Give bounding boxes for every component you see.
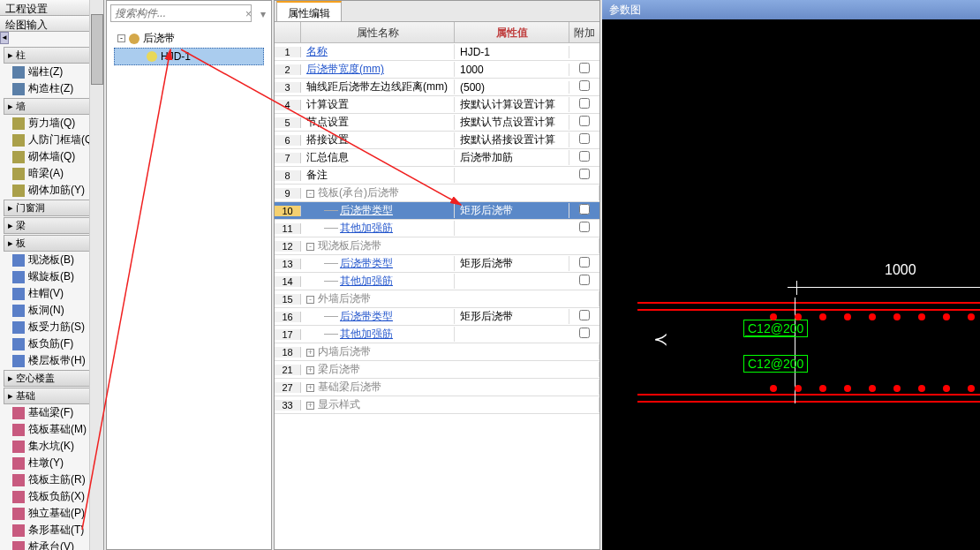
row-checkbox[interactable] [579, 133, 590, 144]
header-drawing[interactable]: 绘图输入 [0, 16, 103, 32]
col-add[interactable]: 附加 [569, 22, 599, 42]
category-item[interactable]: 条形基础(T) [4, 522, 102, 539]
category-item[interactable]: 构造柱(Z) [4, 80, 102, 97]
tab-property-edit[interactable]: 属性编辑 [276, 1, 342, 21]
property-row[interactable]: 9-筏板(承台)后浇带 [275, 185, 599, 202]
category-item[interactable]: 筏板基础(M) [4, 421, 102, 438]
row-value[interactable]: 按默认计算设置计算 [455, 97, 569, 112]
row-checkbox[interactable] [579, 98, 590, 109]
property-row[interactable]: 15-外墙后浇带 [275, 290, 599, 308]
row-value[interactable]: 后浇带加筋 [455, 150, 569, 165]
property-row[interactable]: 10后浇带类型矩形后浇带 [275, 202, 599, 220]
row-checkbox[interactable] [579, 310, 590, 320]
row-name[interactable]: 后浇带类型 [301, 256, 455, 271]
header-engineering[interactable]: 工程设置 [0, 0, 103, 16]
property-row[interactable]: 13后浇带类型矩形后浇带 [275, 255, 599, 273]
category-item[interactable]: 柱墩(Y) [4, 455, 102, 471]
row-name[interactable]: 后浇带类型 [301, 309, 455, 324]
drawing-canvas[interactable]: 1000 ≺ C12@200 C12@200 [602, 19, 980, 550]
row-checkbox[interactable] [579, 222, 590, 232]
property-row[interactable]: 2后浇带宽度(mm)1000 [275, 61, 599, 79]
category-item[interactable]: 板受力筋(S) [4, 319, 102, 335]
row-checkbox[interactable] [579, 328, 590, 338]
row-name[interactable]: 轴线距后浇带左边线距离(mm) [301, 79, 455, 94]
category-item[interactable]: 剪力墙(Q) [4, 115, 102, 132]
category-group[interactable]: ▸ 基础 [4, 388, 102, 404]
collapse-toggle[interactable]: ◄ [0, 32, 9, 44]
search-input[interactable] [110, 4, 252, 22]
row-value[interactable]: 按默认搭接设置计算 [455, 132, 569, 147]
row-name[interactable]: 搭接设置 [301, 132, 455, 147]
row-value[interactable]: 矩形后浇带 [455, 256, 569, 271]
row-value[interactable]: 按默认节点设置计算 [455, 115, 569, 130]
row-name[interactable]: +显示样式 [301, 397, 599, 412]
property-row[interactable]: 16后浇带类型矩形后浇带 [275, 308, 599, 326]
row-name[interactable]: 节点设置 [301, 115, 455, 130]
row-checkbox[interactable] [579, 204, 590, 215]
row-name[interactable]: 备注 [301, 168, 455, 183]
row-name[interactable]: 名称 [301, 44, 455, 59]
category-item[interactable]: 人防门框墙(Q) [4, 132, 102, 148]
row-name[interactable]: -现浇板后浇带 [301, 238, 599, 253]
category-item[interactable]: 柱帽(V) [4, 285, 102, 302]
property-row[interactable]: 1名称HJD-1 [275, 43, 599, 61]
row-checkbox[interactable] [579, 275, 590, 285]
property-row[interactable]: 14其他加强筋 [275, 273, 599, 290]
category-item[interactable]: 板洞(N) [4, 302, 102, 319]
property-row[interactable]: 8备注 [275, 167, 599, 185]
row-checkbox[interactable] [579, 169, 590, 179]
property-row[interactable]: 18+内墙后浇带 [275, 343, 599, 361]
row-name[interactable]: 计算设置 [301, 97, 455, 112]
category-group[interactable]: ▸ 板 [4, 235, 102, 252]
row-name[interactable]: +基础梁后浇带 [301, 380, 599, 395]
row-name[interactable]: 后浇带类型 [301, 203, 455, 218]
search-clear-icon[interactable]: × [245, 8, 252, 20]
col-name[interactable]: 属性名称 [301, 22, 455, 42]
property-row[interactable]: 4计算设置按默认计算设置计算 [275, 96, 599, 114]
category-item[interactable]: 基础梁(F) [4, 404, 102, 421]
category-item[interactable]: 端柱(Z) [4, 64, 102, 80]
row-value[interactable]: (500) [455, 81, 569, 94]
property-row[interactable]: 12-现浇板后浇带 [275, 237, 599, 255]
row-name[interactable]: 后浇带宽度(mm) [301, 62, 455, 77]
row-name[interactable]: +梁后浇带 [301, 362, 599, 377]
property-row[interactable]: 33+显示样式 [275, 396, 599, 414]
category-item[interactable]: 筏板主筋(R) [4, 471, 102, 488]
category-item[interactable]: 砌体墙(Q) [4, 148, 102, 165]
expand-icon[interactable]: - [117, 34, 125, 42]
property-row[interactable]: 7汇总信息后浇带加筋 [275, 149, 599, 167]
category-item[interactable]: 桩承台(V) [4, 539, 102, 550]
property-row[interactable]: 27+基础梁后浇带 [275, 379, 599, 396]
scroll-thumb[interactable] [91, 14, 103, 85]
category-group[interactable]: ▸ 空心楼盖 [4, 370, 102, 387]
row-value[interactable]: 矩形后浇带 [455, 203, 569, 218]
property-row[interactable]: 21+梁后浇带 [275, 361, 599, 379]
row-checkbox[interactable] [579, 116, 590, 126]
category-group[interactable]: ▸ 梁 [4, 217, 102, 234]
property-row[interactable]: 6搭接设置按默认搭接设置计算 [275, 132, 599, 149]
category-item[interactable]: 现浇板(B) [4, 252, 102, 268]
row-name[interactable]: 其他加强筋 [301, 327, 455, 342]
scrollbar-v[interactable] [89, 0, 103, 550]
row-value[interactable]: HJD-1 [455, 46, 569, 58]
category-group[interactable]: ▸ 墙 [4, 98, 102, 115]
category-item[interactable]: 独立基础(P) [4, 505, 102, 522]
row-checkbox[interactable] [579, 80, 590, 91]
row-name[interactable]: 其他加强筋 [301, 274, 455, 289]
row-value[interactable]: 1000 [455, 64, 569, 76]
category-item[interactable]: 集水坑(K) [4, 438, 102, 455]
property-row[interactable]: 5节点设置按默认节点设置计算 [275, 114, 599, 132]
tree-root-node[interactable]: - 后浇带 [114, 29, 264, 48]
search-dropdown-icon[interactable]: ▾ [260, 8, 266, 20]
row-name[interactable]: 汇总信息 [301, 150, 455, 165]
category-item[interactable]: 暗梁(A) [4, 165, 102, 182]
tree-child-node[interactable]: HJD-1 [114, 48, 264, 65]
property-row[interactable]: 3轴线距后浇带左边线距离(mm)(500) [275, 79, 599, 96]
category-item[interactable]: 板负筋(F) [4, 335, 102, 352]
category-item[interactable]: 砌体加筋(Y) [4, 182, 102, 199]
row-name[interactable]: 其他加强筋 [301, 221, 455, 236]
row-name[interactable]: +内墙后浇带 [301, 344, 599, 359]
row-name[interactable]: -外墙后浇带 [301, 291, 599, 306]
row-name[interactable]: -筏板(承台)后浇带 [301, 185, 599, 200]
category-group[interactable]: ▸ 门窗洞 [4, 200, 102, 216]
